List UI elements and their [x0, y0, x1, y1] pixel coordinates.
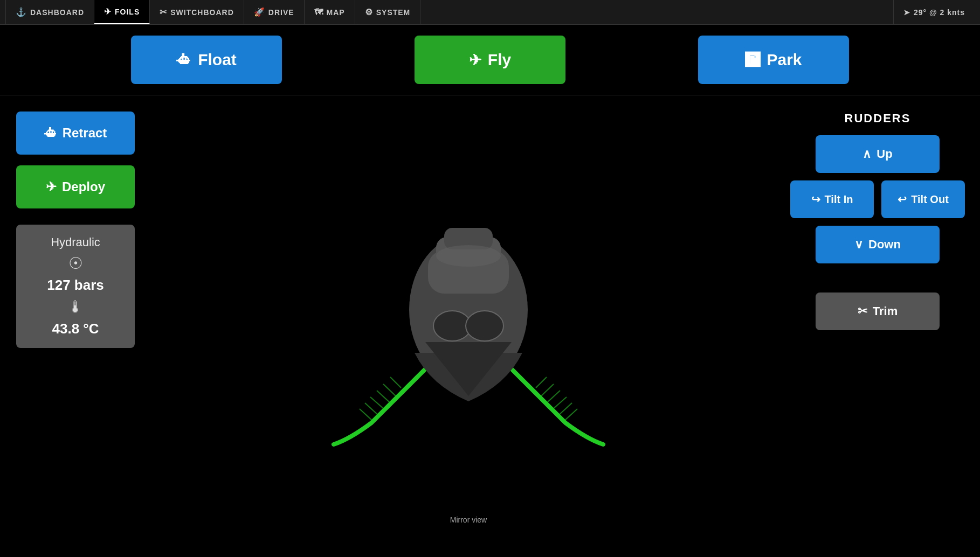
system-icon: ⚙ [365, 7, 373, 17]
trim-button[interactable]: ✂ Trim [816, 293, 940, 330]
nav-switchboard[interactable]: ✂ SWITCHBOARD [150, 0, 244, 24]
nav-dashboard[interactable]: ⚓ DASHBOARD [5, 0, 94, 24]
svg-point-17 [466, 311, 503, 341]
svg-line-3 [370, 397, 384, 409]
svg-line-10 [558, 403, 572, 415]
nav-status: ➤ 29° @ 2 knts [893, 0, 975, 24]
switchboard-icon: ✂ [160, 7, 167, 17]
svg-line-0 [390, 377, 401, 388]
fly-button[interactable]: ✈ Fly [415, 36, 565, 84]
deploy-icon: ✈ [46, 179, 57, 194]
tilt-in-button[interactable]: ↪ Tilt In [790, 180, 874, 218]
nav-map[interactable]: 🗺 MAP [305, 0, 355, 24]
float-button[interactable]: ⛴ Float [131, 36, 282, 84]
center-diagram: Mirror view [162, 95, 775, 556]
retract-icon: ⛴ [44, 126, 57, 141]
nav-status-icon: ➤ [903, 8, 910, 17]
tilt-out-button[interactable]: ↩ Tilt Out [881, 180, 965, 218]
svg-line-5 [360, 409, 372, 421]
drive-icon: 🚀 [254, 7, 265, 17]
map-icon: 🗺 [314, 8, 323, 17]
hydraulic-pressure: 127 bars [47, 277, 104, 294]
down-arrow-icon: ∨ [854, 238, 863, 252]
svg-line-4 [365, 403, 378, 415]
rudder-up-button[interactable]: ∧ Up [816, 135, 940, 173]
park-icon: 🅿 [745, 51, 760, 69]
top-buttons-row: ⛴ Float ✈ Fly 🅿 Park [0, 25, 980, 95]
rudders-title: RUDDERS [845, 112, 911, 126]
rudder-down-button[interactable]: ∨ Down [816, 226, 940, 263]
right-panel: RUDDERS ∧ Up ↪ Tilt In ↩ Tilt Out ∨ Down… [775, 95, 980, 556]
retract-button[interactable]: ⛴ Retract [16, 112, 135, 155]
trim-icon: ✂ [858, 304, 867, 318]
svg-line-9 [553, 397, 567, 409]
svg-line-1 [383, 384, 396, 396]
boat-diagram [307, 191, 630, 461]
float-icon: ⛴ [176, 51, 191, 69]
svg-line-2 [377, 391, 390, 403]
thermometer-icon: 🌡 [67, 298, 84, 316]
hydraulic-title: Hydraulic [51, 235, 100, 249]
hydraulic-box: Hydraulic ☉ 127 bars 🌡 43.8 °C [16, 225, 135, 348]
svg-point-18 [436, 245, 501, 267]
tilt-buttons-row: ↪ Tilt In ↩ Tilt Out [790, 180, 965, 218]
nav-foils[interactable]: ✈ FOILS [94, 0, 150, 24]
svg-line-8 [547, 391, 560, 403]
svg-line-7 [541, 384, 554, 396]
nav-drive[interactable]: 🚀 DRIVE [244, 0, 305, 24]
fly-icon: ✈ [469, 51, 481, 69]
left-panel: ⛴ Retract ✈ Deploy Hydraulic ☉ 127 bars … [0, 95, 162, 556]
navbar: ⚓ DASHBOARD ✈ FOILS ✂ SWITCHBOARD 🚀 DRIV… [0, 0, 980, 25]
deploy-button[interactable]: ✈ Deploy [16, 165, 135, 208]
mirror-view-label: Mirror view [450, 516, 487, 524]
svg-line-6 [536, 377, 547, 388]
nav-system[interactable]: ⚙ SYSTEM [355, 0, 421, 24]
dashboard-icon: ⚓ [16, 7, 27, 17]
main-content: ⛴ Retract ✈ Deploy Hydraulic ☉ 127 bars … [0, 95, 980, 556]
gauge-icon: ☉ [68, 254, 83, 273]
tilt-out-icon: ↩ [898, 193, 907, 206]
hydraulic-temperature: 43.8 °C [52, 321, 99, 337]
park-button[interactable]: 🅿 Park [698, 36, 849, 84]
tilt-in-icon: ↪ [811, 193, 820, 206]
up-arrow-icon: ∧ [862, 147, 871, 161]
foils-icon: ✈ [104, 6, 112, 17]
svg-line-11 [564, 409, 577, 421]
